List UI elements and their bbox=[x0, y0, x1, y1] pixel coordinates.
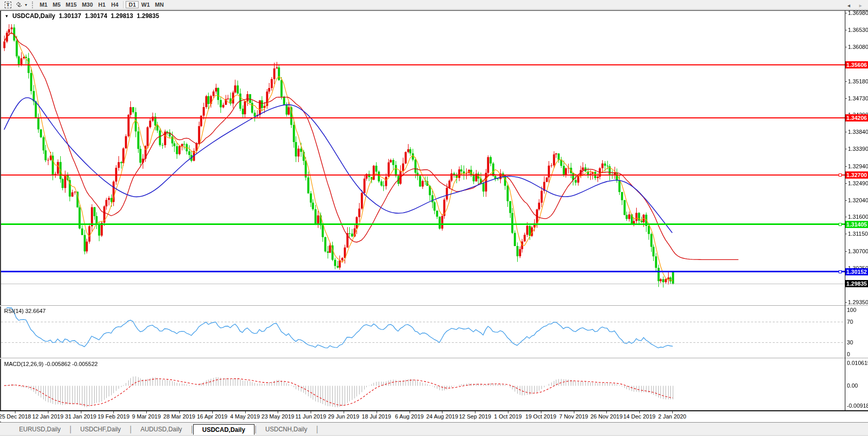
timeframe-button-h4[interactable]: H4 bbox=[108, 1, 121, 8]
price-level-label: 1.34206 bbox=[845, 114, 868, 121]
rsi-value: 32.6647 bbox=[25, 308, 46, 314]
current-price-label: 1.29835 bbox=[845, 280, 868, 287]
tab-usdcnh-daily[interactable]: USDCNH,Daily bbox=[257, 424, 316, 435]
line-drag-handle[interactable] bbox=[839, 270, 842, 273]
chart-symbol-caret-icon[interactable]: ▼ bbox=[5, 12, 9, 20]
price-level-label: 1.32700 bbox=[845, 171, 868, 179]
cursor-arrows-tool-icon bbox=[15, 1, 23, 8]
price-axis-tick: 1.34730 bbox=[848, 95, 868, 102]
price-axis-tick: 1.33390 bbox=[848, 146, 868, 152]
macd-value-main: -0.005862 bbox=[45, 361, 71, 367]
chart-symbol: USDCAD,Daily bbox=[12, 12, 55, 20]
timeframe-button-h1[interactable]: H1 bbox=[95, 1, 108, 8]
tab-audusd-daily[interactable]: AUDUSD,Daily bbox=[132, 424, 191, 435]
price-close: 1.29835 bbox=[137, 12, 159, 20]
horizontal-level-line[interactable] bbox=[1, 175, 845, 176]
price-axis[interactable]: 1.369801.365301.360801.351801.347301.342… bbox=[845, 10, 868, 411]
price-axis-tick: 1.32490 bbox=[848, 180, 868, 187]
horizontal-level-line[interactable] bbox=[1, 117, 845, 118]
chart-title: ▼ USDCAD,Daily 1.30137 1.30174 1.29813 1… bbox=[5, 12, 159, 20]
macd-value-signal: -0.005522 bbox=[72, 361, 98, 367]
tab-eurusd-daily[interactable]: EURUSD,Daily bbox=[10, 424, 70, 435]
chart-tabs-bar: EURUSD,Daily|USDCHF,Daily|AUDUSD,Daily|U… bbox=[0, 422, 868, 435]
rsi-axis-label: 30 bbox=[847, 339, 868, 346]
price-open: 1.30137 bbox=[59, 12, 81, 20]
price-high: 1.30174 bbox=[85, 12, 107, 20]
price-level-label: 1.35606 bbox=[845, 61, 868, 68]
rsi-name: RSI(14) bbox=[4, 308, 24, 314]
timeframe-button-m5[interactable]: M5 bbox=[50, 1, 63, 8]
timeframe-button-d1[interactable]: D1 bbox=[126, 1, 139, 8]
horizontal-level-line[interactable] bbox=[1, 64, 845, 65]
price-axis-tick: 1.30700 bbox=[848, 248, 868, 255]
horizontal-level-line[interactable] bbox=[1, 271, 845, 272]
macd-axis-label: -0.009181 bbox=[847, 403, 868, 409]
tab-usdcad-daily[interactable]: USDCAD,Daily bbox=[193, 424, 254, 435]
tab-scroll-left-icon[interactable]: ◄ bbox=[846, 3, 851, 8]
price-axis-tick: 1.29350 bbox=[848, 299, 868, 306]
price-axis-tick: 1.32040 bbox=[848, 197, 868, 204]
price-axis-tick: 1.36980 bbox=[848, 10, 868, 16]
price-axis-tick: 1.35180 bbox=[848, 78, 868, 85]
timeframe-button-w1[interactable]: W1 bbox=[139, 1, 152, 8]
price-axis-tick: 1.36080 bbox=[848, 44, 868, 50]
text-label-tool-button[interactable]: T bbox=[3, 1, 13, 9]
tab-separator: | bbox=[316, 424, 318, 435]
line-drag-handle[interactable] bbox=[839, 223, 842, 226]
macd-indicator-canvas[interactable] bbox=[1, 359, 845, 411]
macd-name: MACD(12,26,9) bbox=[4, 361, 43, 367]
rsi-axis-label: 0 bbox=[847, 351, 868, 358]
price-axis-tick: 1.32940 bbox=[848, 163, 868, 170]
chevron-down-icon: ▼ bbox=[24, 3, 28, 7]
rsi-indicator-canvas[interactable] bbox=[1, 306, 845, 358]
rsi-axis-label: 70 bbox=[847, 319, 868, 325]
tab-usdchf-daily[interactable]: USDCHF,Daily bbox=[72, 424, 130, 435]
tab-scroll-right-icon[interactable]: ► bbox=[858, 3, 863, 8]
panel-separator[interactable] bbox=[0, 358, 868, 359]
price-level-label: 1.30152 bbox=[845, 268, 868, 275]
price-axis-tick: 1.31600 bbox=[848, 214, 868, 220]
timeframe-button-group: M1M5M15M30H1H4D1W1MN bbox=[37, 1, 166, 8]
price-axis-tick: 1.36530 bbox=[848, 27, 868, 33]
macd-label: MACD(12,26,9) -0.005862 -0.005522 bbox=[4, 361, 98, 367]
top-toolbar: T ▼ M1M5M15M30H1H4D1W1MN bbox=[0, 0, 868, 10]
rsi-label: RSI(14) 32.6647 bbox=[4, 308, 46, 314]
price-axis-tick: 1.33840 bbox=[848, 129, 868, 135]
horizontal-level-line[interactable] bbox=[1, 223, 845, 225]
timeframe-button-m30[interactable]: M30 bbox=[79, 1, 95, 8]
toolbar-separator bbox=[123, 1, 124, 8]
price-level-label: 1.31405 bbox=[845, 221, 868, 228]
macd-axis-label: 0.00 bbox=[847, 382, 868, 389]
macd-axis-label: 0.010615 bbox=[847, 360, 868, 367]
current-price-line bbox=[1, 284, 845, 284]
cursor-arrows-tool-button[interactable]: ▼ bbox=[13, 1, 30, 9]
main-price-chart-canvas[interactable] bbox=[1, 10, 845, 305]
date-axis-label: 2 Jan 2020 bbox=[651, 413, 694, 420]
toolbar-grip[interactable] bbox=[32, 2, 34, 8]
tab-scroll-arrows: ◄ ► bbox=[846, 3, 863, 8]
timeframe-button-m15[interactable]: M15 bbox=[63, 1, 79, 8]
timeframe-button-m1[interactable]: M1 bbox=[37, 1, 50, 8]
timeframe-button-mn[interactable]: MN bbox=[152, 1, 166, 8]
text-label-tool-icon: T bbox=[5, 2, 11, 8]
line-drag-handle[interactable] bbox=[839, 173, 842, 177]
price-axis-tick: 1.31150 bbox=[848, 231, 868, 237]
date-axis[interactable]: 25 Dec 201812 Jan 201931 Jan 201919 Feb … bbox=[0, 411, 868, 422]
price-low: 1.29813 bbox=[111, 12, 133, 20]
rsi-axis-label: 100 bbox=[847, 307, 868, 313]
